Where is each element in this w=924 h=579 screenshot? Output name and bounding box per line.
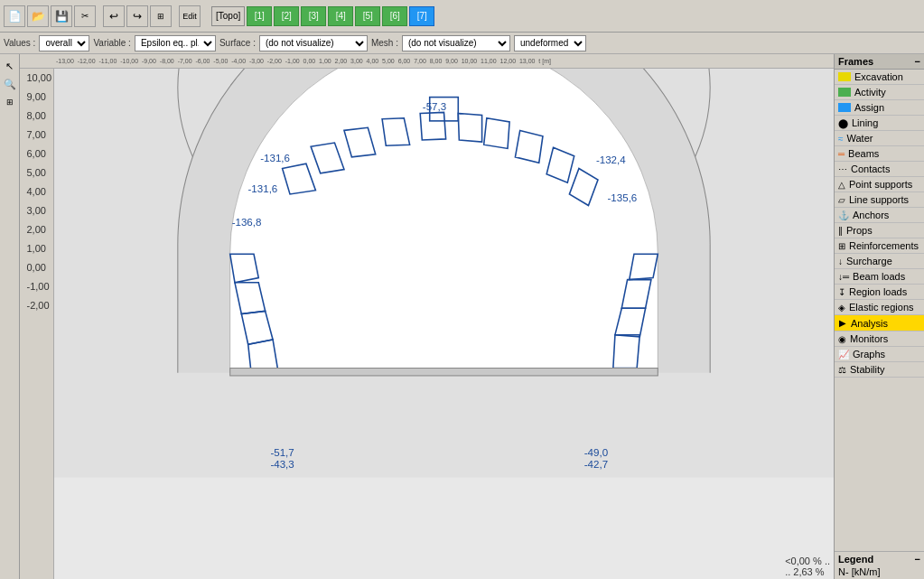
mesh-label: Mesh : [371,38,398,48]
values-label: Values : [4,38,35,48]
extra-button[interactable]: ⊞ [150,5,172,27]
region-loads-icon: ↧ [838,287,845,297]
frame-monitors[interactable]: ◉ Monitors [835,332,924,347]
canvas-area[interactable]: -13,00 -12,00 -11,00 -10,00 -9,00 -8,00 … [20,54,834,579]
svg-text:-43,3: -43,3 [270,459,294,470]
frame-anchors[interactable]: ⚓ Anchors [835,208,924,223]
stage-7[interactable]: [7] [409,6,434,26]
edit-button[interactable]: Edit [179,5,201,27]
left-toolbar: ↖ 🔍 ⊞ [0,54,20,579]
frame-analysis[interactable]: ▶ Analysis [835,315,924,332]
line-supports-icon: ▱ [838,195,845,205]
frame-assign[interactable]: Assign [835,100,924,116]
props-icon: ‖ [838,226,843,236]
svg-text:-136,8: -136,8 [232,217,262,228]
svg-text:-42,7: -42,7 [584,459,608,470]
anchors-icon: ⚓ [838,210,849,220]
frame-point-supports[interactable]: △ Point supports [835,177,924,192]
frame-lining[interactable]: ⬤ Lining [835,116,924,131]
stage-3[interactable]: [3] [301,6,326,26]
svg-text:-131,6: -131,6 [260,153,290,163]
frames-header: Frames − [835,54,924,70]
pan-tool[interactable]: ⊞ [2,94,18,110]
stage-5[interactable]: [5] [355,6,380,26]
frames-list: Excavation Activity Assign ⬤ Lining ≈ Wa… [835,70,924,551]
stage-4[interactable]: [4] [328,6,353,26]
stability-icon: ⚖ [838,365,846,375]
new-button[interactable]: 📄 [4,5,25,27]
main-toolbar: 📄 📂 💾 ✂ ↩ ↪ ⊞ Edit [Topo] [1] [2] [3] [4… [0,0,924,33]
deform-select[interactable]: undeformed [514,35,586,51]
svg-text:-57,3: -57,3 [423,101,446,112]
ruler-y: 10,00 9,00 8,00 7,00 6,00 5,00 4,00 3,00… [20,69,54,579]
activity-icon [838,88,851,97]
surface-select[interactable]: (do not visualize) [259,35,368,51]
surcharge-icon: ↓ [838,257,843,266]
svg-text:-135,6: -135,6 [608,192,638,203]
frame-graphs[interactable]: 📈 Graphs [835,347,924,362]
beam-loads-icon: ↓═ [838,272,849,282]
svg-text:-132,4: -132,4 [596,154,626,165]
display-toolbar: Values : overall Variable : Epsilon eq..… [0,33,924,54]
cut-button[interactable]: ✂ [74,5,96,27]
redo-button[interactable]: ↪ [126,5,148,27]
save-button[interactable]: 💾 [51,5,72,27]
mesh-select[interactable]: (do not visualize) [402,35,510,51]
variable-select[interactable]: Epsilon eq.. pl.. [135,35,216,51]
undo-button[interactable]: ↩ [103,5,125,27]
open-button[interactable]: 📂 [27,5,49,27]
legend-header: Legend − [838,554,920,565]
svg-rect-21 [230,369,658,376]
legend-panel: Legend − N- [kN/m] [835,551,924,579]
graphs-icon: 📈 [838,350,849,360]
frame-surcharge[interactable]: ↓ Surcharge [835,254,924,269]
legend-unit: N- [kN/m] [838,566,920,577]
frame-elastic-regions[interactable]: ◈ Elastic regions [835,300,924,315]
stage-2[interactable]: [2] [274,6,299,26]
canvas-status: <0,00 % .. .. 2,63 % [785,556,830,577]
ruler-x: -13,00 -12,00 -11,00 -10,00 -9,00 -8,00 … [20,54,834,69]
excavation-icon [838,72,851,81]
contacts-icon: ⋯ [838,164,847,174]
frame-excavation[interactable]: Excavation [835,70,924,85]
variable-label: Variable : [93,38,131,48]
frame-stability[interactable]: ⚖ Stability [835,362,924,378]
frame-region-loads[interactable]: ↧ Region loads [835,285,924,300]
frame-contacts[interactable]: ⋯ Contacts [835,162,924,177]
zoom-tool[interactable]: 🔍 [2,76,18,92]
beams-icon: ═ [838,149,845,159]
stage-6[interactable]: [6] [382,6,407,26]
svg-text:-131,6: -131,6 [248,183,278,194]
frame-props[interactable]: ‖ Props [835,223,924,238]
analysis-icon: ▶ [838,317,847,329]
pointer-tool[interactable]: ↖ [2,58,18,74]
frame-line-supports[interactable]: ▱ Line supports [835,192,924,208]
canvas-svg[interactable]: -57,3 -131,6 -131,6 -136,8 -132,4 -135,6… [54,69,834,478]
elastic-regions-icon: ◈ [838,303,845,313]
assign-icon [838,103,851,112]
frame-beam-loads[interactable]: ↓═ Beam loads [835,269,924,285]
frame-beams[interactable]: ═ Beams [835,146,924,162]
main-area: ↖ 🔍 ⊞ -13,00 -12,00 -11,00 -10,00 -9,00 … [0,54,924,579]
values-select[interactable]: overall [39,35,89,51]
monitors-icon: ◉ [838,334,846,344]
lining-icon: ⬤ [838,118,848,128]
frame-activity[interactable]: Activity [835,85,924,100]
svg-text:-49,0: -49,0 [584,447,608,458]
svg-text:-51,7: -51,7 [270,447,294,458]
frames-panel: Frames − Excavation Activity Assign ⬤ Li… [834,54,924,579]
stage-1[interactable]: [1] [247,6,272,26]
frame-water[interactable]: ≈ Water [835,131,924,146]
point-supports-icon: △ [838,180,845,190]
surface-label: Surface : [219,38,256,48]
frame-reinforcements[interactable]: ⊞ Reinforcements [835,238,924,254]
reinforcements-icon: ⊞ [838,241,845,251]
water-icon: ≈ [838,134,844,144]
stage-topo[interactable]: [Topo] [211,6,245,26]
